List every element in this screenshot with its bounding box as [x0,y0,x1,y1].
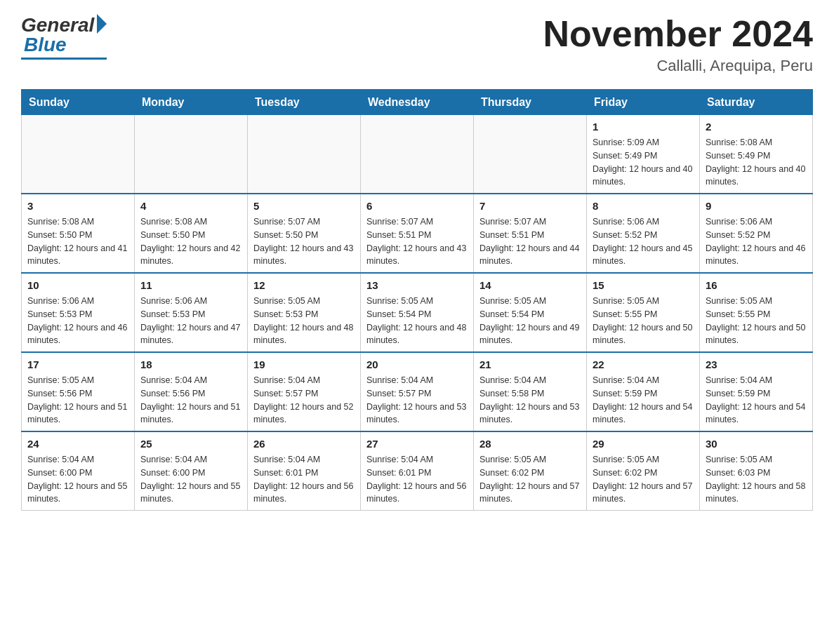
day-number: 4 [140,199,241,213]
day-info: Sunrise: 5:06 AM Sunset: 5:52 PM Dayligh… [593,215,694,268]
calendar-cell: 12Sunrise: 5:05 AM Sunset: 5:53 PM Dayli… [248,273,361,352]
logo-blue-text: Blue [24,34,67,56]
day-info: Sunrise: 5:04 AM Sunset: 6:00 PM Dayligh… [27,453,128,506]
day-number: 11 [140,278,241,293]
day-number: 19 [253,357,355,372]
calendar-header-friday: Friday [587,90,700,115]
calendar-cell: 18Sunrise: 5:04 AM Sunset: 5:56 PM Dayli… [135,352,248,431]
day-number: 22 [593,357,694,372]
day-number: 7 [479,199,581,213]
day-info: Sunrise: 5:07 AM Sunset: 5:51 PM Dayligh… [479,215,581,268]
day-info: Sunrise: 5:05 AM Sunset: 5:56 PM Dayligh… [27,374,128,427]
calendar-cell: 10Sunrise: 5:06 AM Sunset: 5:53 PM Dayli… [22,273,135,352]
calendar-header-monday: Monday [135,90,248,115]
calendar-cell: 14Sunrise: 5:05 AM Sunset: 5:54 PM Dayli… [474,273,587,352]
calendar-cell [248,115,361,194]
calendar-cell: 15Sunrise: 5:05 AM Sunset: 5:55 PM Dayli… [587,273,700,352]
calendar-header-saturday: Saturday [700,90,813,115]
calendar-cell: 11Sunrise: 5:06 AM Sunset: 5:53 PM Dayli… [135,273,248,352]
calendar-cell: 27Sunrise: 5:04 AM Sunset: 6:01 PM Dayli… [361,431,474,511]
day-info: Sunrise: 5:05 AM Sunset: 5:55 PM Dayligh… [706,295,807,347]
month-title: November 2024 [543,14,813,54]
day-info: Sunrise: 5:04 AM Sunset: 5:58 PM Dayligh… [479,374,581,427]
calendar-cell: 28Sunrise: 5:05 AM Sunset: 6:02 PM Dayli… [474,431,587,511]
day-info: Sunrise: 5:04 AM Sunset: 5:59 PM Dayligh… [706,374,807,427]
page-header: General Blue November 2024 Callalli, Are… [21,14,813,75]
calendar-cell [361,115,474,194]
calendar-cell: 8Sunrise: 5:06 AM Sunset: 5:52 PM Daylig… [587,194,700,273]
day-info: Sunrise: 5:09 AM Sunset: 5:49 PM Dayligh… [593,136,694,189]
day-info: Sunrise: 5:05 AM Sunset: 6:02 PM Dayligh… [479,453,581,506]
day-info: Sunrise: 5:07 AM Sunset: 5:51 PM Dayligh… [366,215,468,268]
day-number: 17 [27,357,128,372]
calendar-header-wednesday: Wednesday [361,90,474,115]
day-info: Sunrise: 5:04 AM Sunset: 6:01 PM Dayligh… [253,453,355,506]
calendar-cell: 6Sunrise: 5:07 AM Sunset: 5:51 PM Daylig… [361,194,474,273]
day-number: 15 [593,278,694,293]
calendar-cell: 20Sunrise: 5:04 AM Sunset: 5:57 PM Dayli… [361,352,474,431]
day-number: 21 [479,357,581,372]
location-subtitle: Callalli, Arequipa, Peru [543,57,813,75]
day-info: Sunrise: 5:04 AM Sunset: 5:56 PM Dayligh… [140,374,241,427]
calendar-table: SundayMondayTuesdayWednesdayThursdayFrid… [21,89,813,511]
calendar-cell: 30Sunrise: 5:05 AM Sunset: 6:03 PM Dayli… [700,431,813,511]
day-info: Sunrise: 5:05 AM Sunset: 5:54 PM Dayligh… [366,295,468,347]
day-number: 12 [253,278,355,293]
day-info: Sunrise: 5:08 AM Sunset: 5:50 PM Dayligh… [140,215,241,268]
day-info: Sunrise: 5:06 AM Sunset: 5:53 PM Dayligh… [27,295,128,347]
calendar-header-row: SundayMondayTuesdayWednesdayThursdayFrid… [22,90,813,115]
day-number: 26 [253,436,355,451]
calendar-week-row: 24Sunrise: 5:04 AM Sunset: 6:00 PM Dayli… [22,431,813,511]
day-info: Sunrise: 5:05 AM Sunset: 5:55 PM Dayligh… [593,295,694,347]
day-number: 16 [706,278,807,293]
day-number: 28 [479,436,581,451]
day-info: Sunrise: 5:05 AM Sunset: 6:02 PM Dayligh… [593,453,694,506]
day-number: 24 [27,436,128,451]
day-info: Sunrise: 5:04 AM Sunset: 6:00 PM Dayligh… [140,453,241,506]
day-number: 3 [27,199,128,213]
day-number: 13 [366,278,468,293]
calendar-cell: 16Sunrise: 5:05 AM Sunset: 5:55 PM Dayli… [700,273,813,352]
day-number: 18 [140,357,241,372]
calendar-cell: 4Sunrise: 5:08 AM Sunset: 5:50 PM Daylig… [135,194,248,273]
calendar-cell: 1Sunrise: 5:09 AM Sunset: 5:49 PM Daylig… [587,115,700,194]
day-info: Sunrise: 5:04 AM Sunset: 5:59 PM Dayligh… [593,374,694,427]
calendar-cell: 24Sunrise: 5:04 AM Sunset: 6:00 PM Dayli… [22,431,135,511]
calendar-cell [135,115,248,194]
calendar-cell: 22Sunrise: 5:04 AM Sunset: 5:59 PM Dayli… [587,352,700,431]
calendar-cell: 5Sunrise: 5:07 AM Sunset: 5:50 PM Daylig… [248,194,361,273]
day-info: Sunrise: 5:08 AM Sunset: 5:50 PM Dayligh… [27,215,128,268]
day-number: 14 [479,278,581,293]
calendar-cell: 17Sunrise: 5:05 AM Sunset: 5:56 PM Dayli… [22,352,135,431]
calendar-cell: 13Sunrise: 5:05 AM Sunset: 5:54 PM Dayli… [361,273,474,352]
calendar-week-row: 3Sunrise: 5:08 AM Sunset: 5:50 PM Daylig… [22,194,813,273]
logo-arrow-icon [97,14,107,34]
day-number: 8 [593,199,694,213]
day-number: 1 [593,119,694,134]
day-info: Sunrise: 5:04 AM Sunset: 6:01 PM Dayligh… [366,453,468,506]
calendar-cell [22,115,135,194]
day-info: Sunrise: 5:05 AM Sunset: 6:03 PM Dayligh… [706,453,807,506]
calendar-cell: 2Sunrise: 5:08 AM Sunset: 5:49 PM Daylig… [700,115,813,194]
logo-underline [21,58,107,60]
calendar-cell: 29Sunrise: 5:05 AM Sunset: 6:02 PM Dayli… [587,431,700,511]
day-info: Sunrise: 5:06 AM Sunset: 5:53 PM Dayligh… [140,295,241,347]
day-info: Sunrise: 5:05 AM Sunset: 5:54 PM Dayligh… [479,295,581,347]
calendar-cell: 21Sunrise: 5:04 AM Sunset: 5:58 PM Dayli… [474,352,587,431]
calendar-header-sunday: Sunday [22,90,135,115]
day-number: 2 [706,119,807,134]
day-info: Sunrise: 5:07 AM Sunset: 5:50 PM Dayligh… [253,215,355,268]
calendar-cell: 9Sunrise: 5:06 AM Sunset: 5:52 PM Daylig… [700,194,813,273]
day-number: 29 [593,436,694,451]
calendar-week-row: 17Sunrise: 5:05 AM Sunset: 5:56 PM Dayli… [22,352,813,431]
calendar-cell [474,115,587,194]
day-info: Sunrise: 5:04 AM Sunset: 5:57 PM Dayligh… [253,374,355,427]
calendar-cell: 23Sunrise: 5:04 AM Sunset: 5:59 PM Dayli… [700,352,813,431]
day-info: Sunrise: 5:06 AM Sunset: 5:52 PM Dayligh… [706,215,807,268]
calendar-cell: 19Sunrise: 5:04 AM Sunset: 5:57 PM Dayli… [248,352,361,431]
day-number: 20 [366,357,468,372]
day-info: Sunrise: 5:08 AM Sunset: 5:49 PM Dayligh… [706,136,807,189]
day-info: Sunrise: 5:05 AM Sunset: 5:53 PM Dayligh… [253,295,355,347]
calendar-cell: 26Sunrise: 5:04 AM Sunset: 6:01 PM Dayli… [248,431,361,511]
day-number: 5 [253,199,355,213]
